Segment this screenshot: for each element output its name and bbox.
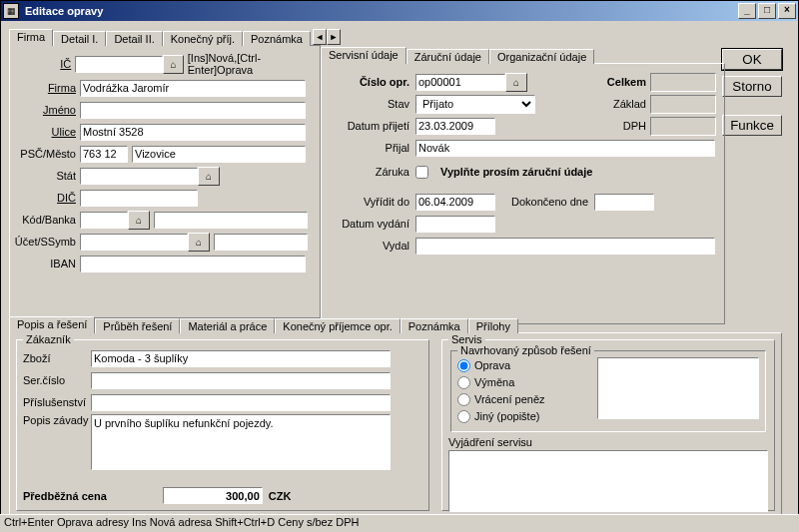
firma-input[interactable] (80, 80, 306, 97)
cislo-lookup-icon[interactable]: ⌂ (505, 73, 527, 92)
datum-prijeti-label: Datum přijetí (330, 120, 415, 132)
btab-material[interactable]: Materiál a práce (180, 318, 275, 333)
close-button[interactable]: × (778, 3, 796, 19)
jiny-textarea[interactable] (597, 357, 759, 419)
radio-vraceni[interactable] (457, 393, 470, 406)
tab-detail1[interactable]: Detail I. (53, 31, 106, 46)
radio-jiny[interactable] (457, 410, 470, 423)
firma-label: Firma (14, 82, 80, 94)
datum-prijeti-input[interactable] (415, 118, 495, 135)
iban-label: IBAN (14, 258, 80, 269)
vydal-input[interactable] (415, 238, 715, 255)
sercislo-label: Ser.číslo (23, 374, 91, 386)
psc-input[interactable] (80, 146, 128, 163)
dic-label: DIČ (14, 192, 80, 204)
zaruka-checkbox[interactable] (415, 166, 428, 179)
kod-lookup-icon[interactable]: ⌂ (128, 211, 150, 230)
tab-firma[interactable]: Firma (9, 29, 53, 46)
dokonceno-label: Dokončeno dne (511, 196, 588, 208)
radio-jiny-label: Jiný (popište) (474, 410, 539, 422)
storno-button[interactable]: Storno (722, 76, 782, 97)
celkem-label: Celkem (594, 76, 650, 88)
zaruka-hint: Vyplňte prosím záruční údaje (440, 166, 592, 178)
ssymb-input[interactable] (214, 234, 308, 251)
cena-currency: CZK (269, 490, 292, 502)
prislusenstvi-label: Příslušenství (23, 396, 91, 408)
stat-label: Stát (14, 170, 80, 182)
funkce-button[interactable]: Funkce (722, 115, 782, 136)
kod-label: Kód/Banka (14, 214, 80, 226)
tab-detail2[interactable]: Detail II. (106, 31, 162, 46)
popis-textarea[interactable]: U prvního šuplíku nefunkční pojezdy. (91, 414, 391, 470)
dph-label: DPH (594, 120, 650, 132)
right-tabstrip: Servisní údaje Záruční údaje Organizační… (321, 45, 725, 63)
tab-organizacni[interactable]: Organizační údaje (489, 49, 594, 64)
vydal-label: Vydal (330, 240, 415, 252)
btab-popis[interactable]: Popis a řešení (9, 316, 95, 333)
tab-zarucni[interactable]: Záruční údaje (406, 49, 489, 64)
vydani-label: Datum vydání (330, 218, 415, 230)
mesto-input[interactable] (132, 146, 306, 163)
btab-prubeh[interactable]: Průběh řešení (95, 318, 180, 333)
navrhovany-group-title: Navrhovaný způsob řešení (457, 344, 594, 356)
ucet-label: Účet/SSymb (14, 236, 80, 248)
btab-konecny[interactable]: Konečný příjemce opr. (275, 318, 400, 333)
vyjadreni-label: Vyjádření servisu (448, 436, 768, 448)
statusbar: Ctrl+Enter Oprava adresy Ins Nová adresa… (0, 514, 799, 532)
window: ▦ Editace opravy _ □ × OK Storno Funkce … (0, 0, 799, 532)
popis-label: Popis závady (23, 414, 91, 426)
psc-label: PSČ/Město (14, 148, 80, 160)
jmeno-input[interactable] (80, 102, 306, 119)
ic-input[interactable] (75, 56, 163, 73)
zaklad-value (650, 95, 716, 114)
zaklad-label: Základ (594, 98, 650, 110)
prijal-input[interactable] (415, 140, 715, 157)
radio-vymena[interactable] (457, 376, 470, 389)
cislo-label: Číslo opr. (330, 76, 415, 88)
kod-input[interactable] (80, 212, 128, 229)
sercislo-input[interactable] (91, 372, 391, 389)
radio-oprava-label: Oprava (474, 359, 510, 371)
tab-scroll-left[interactable]: ◄ (313, 29, 327, 45)
minimize-button[interactable]: _ (738, 3, 756, 19)
cena-label: Předběžná cena (23, 490, 107, 502)
cislo-input[interactable] (415, 74, 505, 91)
ok-button[interactable]: OK (722, 49, 782, 70)
prislusenstvi-input[interactable] (91, 394, 391, 411)
ucet-input[interactable] (80, 234, 188, 251)
stav-select[interactable]: Přijato (415, 95, 535, 114)
vyridit-input[interactable] (415, 194, 495, 211)
window-title: Editace opravy (21, 5, 738, 17)
banka-input[interactable] (154, 212, 308, 229)
vyjadreni-textarea[interactable] (448, 450, 768, 512)
stat-input[interactable] (80, 168, 198, 185)
btab-prilohy[interactable]: Přílohy (468, 318, 518, 333)
ic-label: IČ (14, 58, 75, 70)
tab-servisni[interactable]: Servisní údaje (321, 47, 406, 64)
tab-scroll-right[interactable]: ► (327, 29, 341, 45)
ulice-input[interactable] (80, 124, 306, 141)
ic-hint: [Ins]Nová,[Ctrl-Enter]Oprava (188, 52, 316, 76)
vydani-input[interactable] (415, 216, 495, 233)
ulice-label: Ulice (14, 126, 80, 138)
btab-poznamka[interactable]: Poznámka (400, 318, 468, 333)
radio-oprava[interactable] (457, 359, 470, 372)
zaruka-label: Záruka (330, 166, 415, 178)
left-tabstrip: Firma Detail I. Detail II. Konečný příj.… (9, 27, 313, 45)
celkem-value (650, 73, 716, 92)
zbozi-label: Zboží (23, 352, 91, 364)
zbozi-input[interactable] (91, 350, 391, 367)
ucet-lookup-icon[interactable]: ⌂ (188, 233, 210, 252)
ic-lookup-icon[interactable]: ⌂ (163, 55, 183, 74)
tab-poznamka[interactable]: Poznámka (243, 31, 311, 46)
maximize-button[interactable]: □ (758, 3, 776, 19)
stat-lookup-icon[interactable]: ⌂ (198, 167, 220, 186)
iban-input[interactable] (80, 256, 306, 272)
cena-input[interactable] (163, 487, 263, 504)
bottom-tabstrip: Popis a řešení Průběh řešení Materiál a … (9, 314, 782, 332)
vyridit-label: Vyřídit do (330, 196, 415, 208)
dic-input[interactable] (80, 190, 198, 207)
tab-konecny[interactable]: Konečný příj. (163, 31, 243, 46)
dokonceno-input[interactable] (594, 194, 654, 211)
titlebar: ▦ Editace opravy _ □ × (1, 1, 798, 21)
